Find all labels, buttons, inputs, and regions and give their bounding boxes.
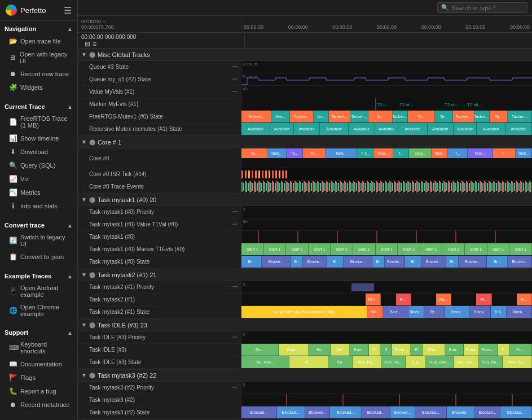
state-seg: Bl... — [241, 256, 262, 268]
nav-item-android-example[interactable]: 📱 Open Android example — [2, 282, 75, 300]
track-content-mytask2-events[interactable]: Ri f... Ri... Re... Ri... Ri... — [241, 294, 532, 305]
track-content-mytask3-state[interactable]: Blocked... Blocked... Blocked... Blocked… — [241, 406, 532, 418]
search-box[interactable]: 🔍 — [437, 2, 527, 13]
nav-item-legacy-ui[interactable]: 🖥 Open with legacy UI — [2, 49, 75, 67]
state-seg: Start 1 — [286, 243, 309, 255]
track-content-mytask2-priority[interactable]: 3 — [241, 281, 532, 293]
state-seg: Blocked... — [500, 406, 532, 418]
group-header-mytask2[interactable]: ▼ ⬤ Task mytask2 (#1) 21 — [78, 269, 532, 281]
track-content-myevts[interactable]: T2.ti... T2.st... T2 sti... T2 sti... — [241, 98, 532, 110]
timeline[interactable]: 00:00:00 +00:00:075.700 00:00:00 00:00:0… — [78, 16, 532, 420]
track-row-mytask2-state: Task mytask2 (#1) State Suspended (by Ta… — [78, 306, 532, 318]
group-chevron: ▼ — [81, 196, 87, 203]
zoom-icon[interactable]: ⊠ — [85, 40, 90, 48]
group-header-core0[interactable]: ▼ ⬤ Core # 1 — [78, 136, 532, 148]
state-seg: Blocke... — [303, 256, 327, 268]
track-row-core0-isr: Core #0 ISR Tick (#14) // Generate tick … — [78, 168, 532, 181]
track-content-myq1[interactable]: 5 count — [241, 73, 532, 85]
state-seg: Tacken... — [453, 111, 474, 123]
state-seg: Run... — [423, 344, 445, 356]
track-label-mytask1-marker: Task mytask1 (#0) Marker T1Evts (#0) — [78, 243, 241, 255]
nav-item-show-timeline[interactable]: 📊 Show timeline — [2, 132, 75, 145]
track-content-myvals[interactable]: 40 — [241, 86, 532, 98]
state-track-task2: Suspended (by Task mytask1 (#0)) R#... B… — [241, 306, 532, 318]
nav-item-download[interactable]: ⬇ Download — [2, 146, 75, 158]
state-seg: Tacken... — [241, 111, 271, 123]
nav-label: Flags — [20, 374, 36, 381]
nav-item-chrome-example[interactable]: 🌐 Open Chrome example — [2, 301, 75, 320]
nav-item-info-stats[interactable]: ℹ Info and stats — [2, 200, 75, 212]
track-content-mytask1-marker[interactable]: Start 1 Start 1 Start 1 Start 1 Start 1 … — [241, 243, 532, 255]
state-seg: Run. Re... — [478, 356, 503, 368]
nav-item-switch-legacy[interactable]: 🔄 Switch to legacy UI — [2, 231, 75, 250]
track-content-idle3-state[interactable]: Nu. Run... Re... Ru. Run. Re... Run. Re.… — [241, 356, 532, 368]
track-row-mytask2-priority: Task mytask2 (#1) Priority 〰 3 — [78, 281, 532, 294]
svg-rect-12 — [262, 170, 263, 178]
svg-rect-5 — [241, 169, 532, 180]
sidebar: Perfetto ☰ Navigation ▲ 📂 Open trace fil… — [0, 0, 78, 420]
group-header-idle[interactable]: ▼ ⬤ Task IDLE (#3) 23 — [78, 319, 532, 331]
nav-item-keyboard-shortcuts[interactable]: ⌨ Keyboard shortcuts — [2, 339, 75, 357]
state-seg: Tacken... — [508, 111, 532, 123]
nav-item-viz[interactable]: 📈 Viz — [2, 173, 75, 185]
state-seg: Block... — [470, 306, 491, 318]
track-content-mytask3-events[interactable] — [241, 394, 532, 406]
track-name: Core #0 — [89, 155, 109, 161]
nav-item-freertos-trace[interactable]: 📄 FreeRTOS Trace (1 MB) — [2, 113, 75, 131]
state-seg: Start 1 — [465, 243, 487, 255]
nav-item-flags[interactable]: 🚩 Flags — [2, 371, 75, 384]
nav-item-documentation[interactable]: 📖 Documentation — [2, 358, 75, 370]
track-name: Task mytask1 (#0) Marker T1Evts (#0) — [89, 246, 184, 252]
track-content-core0-trace-events[interactable] — [241, 181, 532, 193]
track-content-core0[interactable]: Ta... Task... Ta... Ta... Task... T T...… — [241, 148, 532, 168]
state-seg: Available — [241, 123, 270, 135]
track-content-mytask1-priority[interactable]: 3 — [241, 206, 532, 218]
state-seg: Rc... — [424, 306, 445, 318]
track-label-mytask3-priority: Task mytask3 (#2) Priority 〰 — [78, 382, 241, 393]
time-tick: 00:00:00 — [377, 24, 397, 30]
track-label-queue-myq1: Queue my_q1 (#2) State 〰 — [78, 73, 241, 85]
list-icon[interactable]: ≡ — [93, 40, 96, 48]
track-name: Marker MyEvts (#1) — [89, 101, 138, 107]
state-track-recmutex: Available Available Available Available … — [241, 123, 532, 135]
state-seg: Bloc... — [383, 306, 408, 318]
state-seg: Start 1 — [442, 243, 465, 255]
sparkline-icon: 〰 — [232, 385, 238, 391]
state-seg: Tacken... — [393, 111, 408, 123]
nav-item-record-trace[interactable]: ⏺ Record new trace — [2, 68, 75, 80]
nav-item-report-bug[interactable]: 🐛 Report a bug — [2, 385, 75, 397]
track-content-mytask2-state[interactable]: Suspended (by Task mytask1 (#0)) R#... B… — [241, 306, 532, 318]
group-header-mytask3[interactable]: ▼ ⬤ Task mytask3 (#2) 22 — [78, 369, 532, 382]
track-content-idle-priority[interactable]: 0 — [241, 331, 532, 343]
download-icon: ⬇ — [9, 148, 17, 156]
nav-item-convert-json[interactable]: 📋 Convert to .json — [2, 251, 75, 263]
navigation-chevron[interactable]: ▲ — [67, 26, 73, 32]
track-content-mytask3-priority[interactable]: 0 — [241, 382, 532, 393]
track-content-mutex1[interactable]: Tacken... Ava... Tacken... Av... Tacken.… — [241, 111, 532, 123]
nav-item-open-trace[interactable]: 📂 Open trace file — [2, 35, 75, 47]
trace-events-waveform — [241, 181, 532, 193]
track-content-mytask1-t1val[interactable]: 9b — [241, 218, 532, 230]
task1-events — [241, 231, 532, 243]
nav-item-widgets[interactable]: 🧩 Widgets — [2, 81, 75, 94]
track-content-mytask1-events[interactable] — [241, 231, 532, 243]
track-content-idle3[interactable]: Ru... Runn... Ru. Ru. Run... R R Runn...… — [241, 344, 532, 356]
hamburger-button[interactable]: ☰ — [64, 5, 72, 16]
state-track-task3: Blocked... Blocked... Blocked... Blocked… — [241, 406, 532, 418]
nav-label: Convert to .json — [20, 253, 64, 260]
track-content-recmutex[interactable]: Available Available Available Available … — [241, 123, 532, 135]
nav-item-record-metatrace[interactable]: ⏺ Record metatrace — [2, 399, 75, 411]
track-content-mytask1-state[interactable]: Bl... Blocke... Bl. Blocke... Bl. Blocke… — [241, 256, 532, 268]
track-content-queue3[interactable]: 0 count — [241, 61, 532, 73]
nav-item-metrics[interactable]: 📉 Metrics — [2, 186, 75, 199]
group-header-mytask1[interactable]: ▼ ⬤ Task mytask1 (#0) 20 — [78, 194, 532, 206]
track-name: Core #0 ISR Tick (#14) — [89, 171, 147, 177]
track-content-core0-isr[interactable]: // Generate tick marks — [241, 168, 532, 180]
group-header-misc[interactable]: ▼ ⬤ Misc Global Tracks — [78, 49, 532, 61]
support-chevron[interactable]: ▲ — [67, 330, 73, 336]
current-trace-chevron[interactable]: ▲ — [67, 104, 73, 110]
nav-item-query-sql[interactable]: 🔍 Query (SQL) — [2, 159, 75, 172]
convert-chevron[interactable]: ▲ — [67, 222, 73, 229]
example-chevron[interactable]: ▲ — [67, 273, 73, 279]
search-input[interactable] — [451, 5, 524, 11]
